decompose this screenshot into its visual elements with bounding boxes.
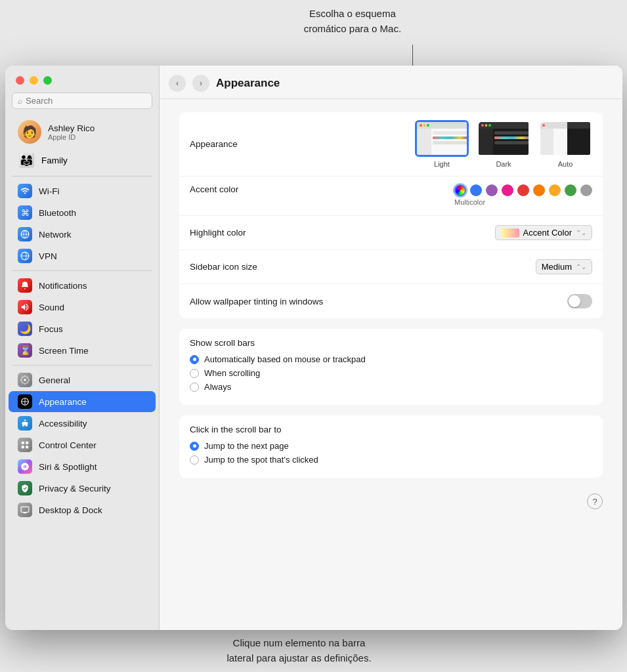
sidebar-item-screentime[interactable]: ⌛ Screen Time <box>9 340 156 361</box>
focus-icon: 🌙 <box>18 322 32 336</box>
sidebar-item-label: Desktop & Dock <box>39 505 102 515</box>
sidebar-item-network[interactable]: Network <box>9 224 156 245</box>
appearance-options-container: Light <box>415 120 592 168</box>
sidebar-item-sound[interactable]: Sound <box>9 297 156 318</box>
scroll-auto-option[interactable]: Automatically based on mouse or trackpad <box>190 354 592 364</box>
sidebar-section: 🧑 Ashley Rico Apple ID 👨‍👩‍👧 Family Wi-F… <box>5 116 159 630</box>
highlight-swatch <box>501 228 519 238</box>
scroll-scrolling-option[interactable]: When scrolling <box>190 368 592 378</box>
sidebar-item-focus[interactable]: 🌙 Focus <box>9 318 156 339</box>
appearance-thumb-light <box>415 120 469 157</box>
sidebar-icon-size-stepper[interactable]: Medium ⌃⌄ <box>536 259 592 274</box>
sidebar-item-label: Siri & Spotlight <box>39 462 97 472</box>
sidebar-icon-size-row: Sidebar icon size Medium ⌃⌄ <box>179 250 603 284</box>
family-icon: 👨‍👩‍👧 <box>18 152 35 169</box>
siri-icon <box>18 459 32 474</box>
scroll-scrolling-radio[interactable] <box>190 369 199 378</box>
desktop-icon <box>18 503 32 517</box>
sidebar-item-desktop[interactable]: Desktop & Dock <box>9 499 156 520</box>
sidebar-divider-2 <box>12 270 152 271</box>
sidebar-divider-3 <box>12 365 152 366</box>
sidebar-item-vpn[interactable]: VPN <box>9 245 156 266</box>
sidebar-item-label: General <box>39 375 70 385</box>
sidebar-item-privacy[interactable]: Privacy & Security <box>9 478 156 499</box>
click-nextpage-radio[interactable] <box>190 442 199 451</box>
auto-label: Auto <box>558 160 573 168</box>
svg-rect-8 <box>26 446 28 448</box>
family-label: Family <box>41 156 68 165</box>
light-label: Light <box>434 160 450 168</box>
accent-green[interactable] <box>565 184 576 196</box>
scroll-bars-group: Show scroll bars Automatically based on … <box>179 329 603 405</box>
accessibility-icon <box>18 416 32 430</box>
accent-colors-row <box>454 184 592 196</box>
sidebar-item-controlcenter[interactable]: Control Center <box>9 434 156 455</box>
sidebar-item-family[interactable]: 👨‍👩‍👧 Family <box>9 148 156 172</box>
chevron-icon: ⌃⌄ <box>576 229 586 236</box>
sidebar-icon-size-label: Sidebar icon size <box>190 262 321 272</box>
screentime-icon: ⌛ <box>18 343 32 358</box>
accent-multicolor[interactable] <box>454 184 466 196</box>
click-nextpage-option[interactable]: Jump to the next page <box>190 441 592 451</box>
user-profile-item[interactable]: 🧑 Ashley Rico Apple ID <box>9 116 156 148</box>
sidebar-item-label: Privacy & Security <box>39 484 111 494</box>
scroll-always-radio[interactable] <box>190 383 199 392</box>
accent-orange[interactable] <box>533 184 545 196</box>
search-bar: ⌕ <box>12 93 152 109</box>
accent-blue[interactable] <box>470 184 482 196</box>
sidebar-item-label: Accessibility <box>39 419 87 429</box>
accent-purple[interactable] <box>486 184 498 196</box>
general-icon <box>18 373 32 387</box>
svg-point-2 <box>24 379 26 381</box>
vpn-icon <box>18 249 32 263</box>
appearance-option-dark[interactable]: Dark <box>477 120 530 168</box>
highlight-picker[interactable]: Accent Color ⌃⌄ <box>495 225 592 240</box>
scroll-always-label: Always <box>204 382 231 392</box>
avatar: 🧑 <box>18 120 41 144</box>
close-button[interactable] <box>16 76 24 85</box>
sidebar-item-notifications[interactable]: Notifications <box>9 275 156 296</box>
sidebar: ⌕ 🧑 Ashley Rico Apple ID 👨‍👩‍👧 Family <box>5 66 160 630</box>
svg-rect-7 <box>22 446 24 448</box>
stepper-chevrons: ⌃⌄ <box>576 263 586 270</box>
sidebar-item-label: Bluetooth <box>39 208 76 218</box>
accent-graphite[interactable] <box>580 184 592 196</box>
wallpaper-tinting-label: Allow wallpaper tinting in windows <box>190 297 323 306</box>
accent-pink[interactable] <box>502 184 513 196</box>
scroll-always-option[interactable]: Always <box>190 382 592 392</box>
accent-yellow[interactable] <box>549 184 561 196</box>
click-spot-radio[interactable] <box>190 455 199 465</box>
sidebar-item-wifi[interactable]: Wi-Fi <box>9 180 156 201</box>
back-button[interactable]: ‹ <box>169 75 186 92</box>
minimize-button[interactable] <box>30 76 38 85</box>
sidebar-item-bluetooth[interactable]: ⌘ Bluetooth <box>9 202 156 223</box>
forward-button[interactable]: › <box>192 75 209 92</box>
highlight-color-control: Accent Color ⌃⌄ <box>321 225 592 240</box>
sidebar-item-accessibility[interactable]: Accessibility <box>9 413 156 434</box>
click-spot-option[interactable]: Jump to the spot that's clicked <box>190 455 592 465</box>
sidebar-icon-size-control: Medium ⌃⌄ <box>321 259 592 274</box>
sidebar-item-general[interactable]: General <box>9 369 156 390</box>
wallpaper-tinting-control <box>323 294 592 308</box>
svg-rect-5 <box>22 442 24 444</box>
annotation-top: Escolha o esquema cromático para o Mac. <box>304 7 401 36</box>
svg-rect-6 <box>26 442 28 444</box>
sidebar-item-label: Network <box>39 230 72 240</box>
wallpaper-tinting-row: Allow wallpaper tinting in windows <box>179 284 603 318</box>
search-icon: ⌕ <box>18 96 22 106</box>
scroll-auto-radio[interactable] <box>190 355 199 364</box>
maximize-button[interactable] <box>43 76 52 85</box>
highlight-value: Accent Color <box>523 228 572 238</box>
search-input[interactable] <box>26 96 146 106</box>
appearance-option-light[interactable]: Light <box>415 120 469 168</box>
appearance-option-auto[interactable]: Auto <box>538 120 592 168</box>
help-button[interactable]: ? <box>587 494 603 509</box>
sidebar-item-appearance[interactable]: Appearance <box>9 391 156 412</box>
wallpaper-tinting-toggle[interactable] <box>567 294 592 308</box>
privacy-icon <box>18 481 32 495</box>
sidebar-item-siri[interactable]: Siri & Spotlight <box>9 456 156 477</box>
help-area: ? <box>179 488 603 509</box>
accent-red[interactable] <box>517 184 529 196</box>
accent-colors-container: Multicolor <box>454 184 592 206</box>
notifications-icon <box>18 278 32 293</box>
